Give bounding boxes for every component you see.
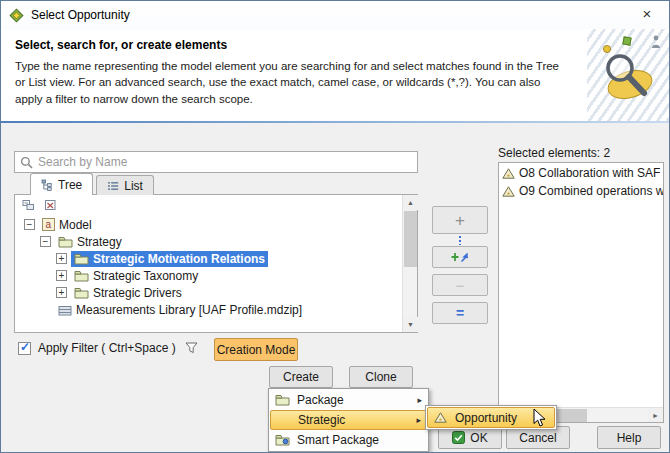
tree-view-icon (41, 179, 53, 191)
tree-item-label: Strategic Drivers (93, 286, 182, 300)
selected-element-label: O8 Collaboration with SAF (519, 166, 660, 180)
scrollbar-thumb[interactable] (404, 211, 417, 267)
search-icon (20, 156, 33, 169)
header-description: Type the name representing the model ele… (15, 58, 563, 107)
selected-tree-item[interactable]: Strategic Motivation Relations (71, 251, 268, 267)
selected-element-row[interactable]: O9 Combined operations w (499, 183, 663, 199)
tab-list[interactable]: List (96, 175, 154, 195)
selected-elements-list: O8 Collaboration with SAF O9 Combined op… (498, 162, 664, 423)
add-arrow-icon (451, 250, 469, 264)
add-button[interactable]: + (432, 206, 488, 234)
menu-item-label: Opportunity (455, 411, 517, 425)
cancel-label: Cancel (519, 431, 556, 445)
close-icon: × (643, 5, 652, 22)
plus-icon: + (455, 212, 465, 229)
transfer-buttons: + − = (432, 206, 488, 326)
collapse-expander-icon[interactable]: − (40, 236, 51, 247)
clone-button[interactable]: Clone (349, 366, 413, 388)
tree-row-strategic-drivers[interactable]: + Strategic Drivers (16, 284, 401, 301)
tab-tree-label: Tree (58, 178, 82, 192)
filter-row: ✓ Apply Filter ( Ctrl+Space ) (18, 341, 198, 355)
create-button[interactable]: Create (269, 366, 333, 388)
expand-expander-icon[interactable]: + (56, 270, 67, 281)
collapse-expander-icon[interactable]: − (24, 219, 35, 230)
dots-separator (459, 236, 461, 245)
expand-expander-icon[interactable]: + (56, 253, 67, 264)
model-icon: a (42, 218, 55, 231)
opportunity-icon (502, 186, 515, 197)
tree-toolbar (15, 195, 417, 215)
tree-row-measurements-library[interactable]: Measurements Library [UAF Profile.mdzip] (16, 301, 401, 318)
header-separator (1, 121, 670, 123)
expand-expander-icon[interactable]: + (56, 287, 67, 298)
dialog-header: Select, search for, or create elements T… (1, 29, 670, 121)
tree-item-label: Strategy (77, 235, 122, 249)
menu-item-strategic[interactable]: Strategic ▸ (270, 410, 427, 430)
selected-element-row[interactable]: O8 Collaboration with SAF (499, 165, 663, 181)
package-icon (274, 394, 291, 406)
add-recursively-button[interactable] (432, 246, 488, 268)
window-title: Select Opportunity (31, 8, 130, 22)
remove-button[interactable]: − (432, 274, 488, 296)
search-input[interactable] (38, 155, 412, 169)
tab-tree[interactable]: Tree (30, 173, 93, 195)
help-button[interactable]: Help (597, 426, 661, 449)
checkmark-icon: ✓ (20, 340, 30, 354)
tree-row-strategic-taxonomy[interactable]: + Strategic Taxonomy (16, 267, 401, 284)
library-icon (58, 304, 72, 316)
clone-label: Clone (365, 370, 396, 384)
scroll-down-icon[interactable]: ▼ (403, 317, 418, 332)
creation-mode-button[interactable]: Creation Mode (214, 338, 298, 361)
close-button[interactable]: × (633, 4, 661, 25)
package-icon (58, 236, 73, 248)
submenu-arrow-icon: ▸ (416, 415, 421, 425)
menu-item-label: Strategic (298, 413, 345, 427)
replace-button[interactable]: = (432, 302, 488, 324)
search-box[interactable] (14, 151, 418, 173)
filter-icon[interactable] (185, 342, 198, 354)
smart-package-icon (274, 434, 291, 446)
header-artwork (587, 29, 670, 121)
collapse-all-icon[interactable] (22, 199, 36, 212)
menu-item-label: Smart Package (297, 433, 379, 447)
tree-row-strategy[interactable]: − Strategy (16, 233, 401, 250)
tree-item-label: Strategic Taxonomy (93, 269, 198, 283)
title-bar[interactable]: Select Opportunity × (1, 1, 669, 29)
ok-label: OK (470, 431, 487, 445)
green-square-graphic (622, 36, 631, 45)
tree-row-model[interactable]: − a Model (16, 216, 401, 233)
list-view-icon (107, 180, 119, 192)
model-tree: − a Model − Strategy + (16, 216, 401, 318)
tree-panel: − a Model − Strategy + (14, 194, 418, 333)
selected-elements-label: Selected elements: 2 (498, 146, 610, 160)
tree-item-label: Measurements Library [UAF Profile.mdzip] (76, 303, 302, 317)
package-icon (74, 253, 89, 265)
create-context-menu: Package ▸ Strategic ▸ Smart Package (268, 388, 429, 452)
equals-icon: = (456, 306, 464, 320)
header-heading: Select, search for, or create elements (15, 38, 227, 52)
tree-row-strategic-motivation-relations[interactable]: + Strategic Motivation Relations (16, 250, 401, 267)
expand-all-icon[interactable] (44, 199, 58, 212)
ok-icon (452, 431, 465, 444)
magnifier-graphic (601, 49, 651, 104)
apply-filter-checkbox[interactable]: ✓ (18, 342, 31, 355)
menu-item-label: Package (297, 393, 344, 407)
tab-list-label: List (124, 179, 143, 193)
minus-icon: − (456, 278, 465, 293)
view-tabs: Tree List (14, 173, 154, 195)
tree-item-label: Model (59, 218, 92, 232)
menu-item-smart-package[interactable]: Smart Package (270, 430, 427, 450)
svg-text:a: a (45, 219, 51, 230)
package-icon (74, 287, 89, 299)
apply-filter-label: Apply Filter ( Ctrl+Space ) (38, 341, 176, 355)
select-opportunity-dialog: Select Opportunity × Select, search for,… (0, 0, 670, 453)
tree-vertical-scrollbar[interactable]: ▲ ▼ (402, 195, 417, 332)
menu-item-package[interactable]: Package ▸ (270, 390, 427, 410)
app-icon (9, 8, 24, 23)
selected-element-label: O9 Combined operations w (519, 184, 663, 198)
mouse-cursor (533, 408, 547, 431)
scroll-up-icon[interactable]: ▲ (403, 195, 418, 210)
opportunity-icon (502, 168, 515, 179)
scroll-right-icon[interactable]: ► (648, 408, 663, 423)
package-icon (74, 270, 89, 282)
